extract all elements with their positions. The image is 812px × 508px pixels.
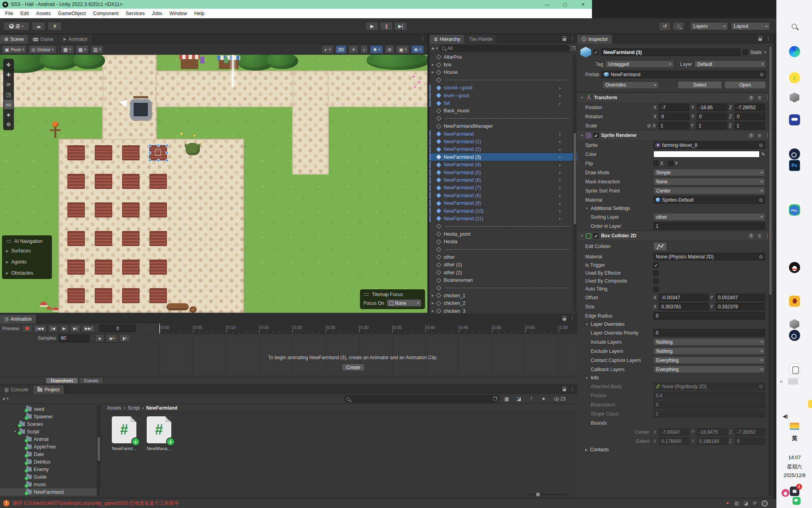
tree-item-scenes[interactable]: Scenes bbox=[0, 420, 101, 428]
grid-visual-button[interactable]: ▦▾ bbox=[61, 45, 74, 54]
menu-file[interactable]: File bbox=[2, 9, 17, 18]
edit-collider-button[interactable] bbox=[653, 242, 667, 251]
object-picker-icon[interactable]: ⊙ bbox=[760, 72, 764, 77]
value-field-y[interactable]: 1 bbox=[696, 122, 727, 129]
tab-inspector[interactable]: ⓘ Inspector bbox=[577, 35, 613, 44]
maximize-button[interactable]: ▢ bbox=[556, 0, 574, 9]
drag-handle-icon[interactable] bbox=[364, 293, 369, 296]
hierarchy-search-input[interactable]: All bbox=[439, 45, 569, 52]
effects-toggle-button[interactable]: ❖▾ bbox=[370, 45, 383, 54]
link-icon[interactable]: ⊘ bbox=[647, 123, 651, 129]
play-animation-button[interactable]: ▶ bbox=[59, 325, 69, 333]
selection-handle[interactable] bbox=[148, 144, 151, 147]
add-object-button[interactable]: + bbox=[431, 45, 435, 52]
dropdown-sprite-sort-point[interactable]: Center▾ bbox=[653, 187, 765, 194]
expand-arrow-icon[interactable]: ▶ bbox=[432, 63, 436, 66]
add-keyframe-button[interactable]: ◆+ bbox=[106, 334, 118, 342]
steam-icon[interactable] bbox=[789, 148, 800, 160]
timeline-ruler[interactable]: 0:000:050:100:150:200:250:300:350:400:45… bbox=[159, 323, 577, 334]
search-button[interactable] bbox=[672, 22, 684, 31]
menu-window[interactable]: Window bbox=[166, 9, 190, 18]
flip-checkbox[interactable] bbox=[668, 161, 673, 166]
frame-field[interactable]: 0 bbox=[100, 325, 136, 332]
shading-mode-button[interactable]: ◐▾ bbox=[322, 45, 333, 54]
value-field-x[interactable]: -7 bbox=[659, 104, 689, 111]
farmland-tile[interactable] bbox=[67, 288, 85, 303]
volume-icon[interactable]: ◀) bbox=[781, 412, 789, 420]
prefab-child-arrow-icon[interactable]: › bbox=[559, 200, 561, 206]
tab-console[interactable]: ▤Console bbox=[0, 385, 33, 394]
component-header-sprite-renderer[interactable]: ▼✓Sprite Renderer?☰⋮ bbox=[577, 130, 773, 140]
preset-icon[interactable]: ☰ bbox=[758, 234, 761, 238]
dropdown-draw-mode[interactable]: Simple▾ bbox=[653, 169, 765, 176]
dopesheet-toggle[interactable]: Dopesheet bbox=[46, 377, 78, 384]
kebab-menu-icon[interactable]: ⋮ bbox=[766, 36, 771, 41]
hierarchy-item-newfarmlandmanager[interactable]: NewFarmlandManager bbox=[429, 123, 577, 130]
code-coverage-icon[interactable]: ◪ bbox=[744, 500, 748, 506]
open-in-window-icon[interactable]: ❐ bbox=[493, 396, 497, 402]
tab-scene[interactable]: ⊞Scene bbox=[0, 35, 29, 44]
drag-handle-icon[interactable] bbox=[6, 240, 11, 242]
farmland-tile[interactable] bbox=[122, 202, 140, 217]
tab-hierarchy[interactable]: ≣Hierarchy bbox=[429, 35, 465, 44]
object-picker-icon[interactable]: ⊙ bbox=[759, 254, 763, 260]
farmland-tile[interactable] bbox=[149, 231, 167, 246]
audio-toggle-button[interactable]: ♪ bbox=[360, 45, 368, 54]
selection-handle[interactable] bbox=[166, 152, 169, 154]
cloud-services-button[interactable]: ☁ bbox=[32, 22, 45, 31]
hierarchy-item-newfarmland-7[interactable]: NewFarmland (7)› bbox=[429, 184, 577, 192]
input-edge-radius[interactable]: 0 bbox=[653, 312, 765, 319]
menu-component[interactable]: Component bbox=[89, 9, 122, 18]
hierarchy-item-hestia[interactable]: Hestia bbox=[429, 238, 577, 245]
hierarchy-item-newfarmland-3[interactable]: NewFarmland (3)› bbox=[429, 153, 577, 161]
qq-icon[interactable] bbox=[789, 262, 800, 273]
console-activity-icon[interactable]: ▤ bbox=[734, 500, 739, 506]
value-field-y[interactable]: 0.002407 bbox=[716, 294, 765, 301]
account-button[interactable]: 露 ▾ bbox=[3, 22, 29, 31]
selection-handle[interactable] bbox=[157, 159, 160, 162]
filter-label-button[interactable]: ◪ bbox=[514, 395, 524, 402]
prefab-child-arrow-icon[interactable]: › bbox=[559, 131, 561, 137]
tree-item-music[interactable]: music bbox=[0, 481, 101, 488]
inspector-scrollbar[interactable] bbox=[768, 46, 772, 496]
tag-dropdown[interactable]: Untagged▾ bbox=[605, 60, 674, 68]
samples-field[interactable]: 60 bbox=[59, 335, 90, 342]
overrides-dropdown[interactable]: Overrides▾ bbox=[603, 81, 659, 89]
hierarchy-item-box[interactable]: ▶box bbox=[429, 61, 577, 68]
value-field-x[interactable]: -0.00347 bbox=[659, 294, 709, 301]
selection-handle[interactable] bbox=[157, 144, 160, 147]
prefab-child-arrow-icon[interactable]: › bbox=[559, 154, 561, 160]
tree-item-enemy[interactable]: Enemy bbox=[0, 466, 101, 473]
tree-item-guide[interactable]: Guide bbox=[0, 473, 101, 481]
prefab-child-arrow-icon[interactable]: › bbox=[559, 177, 561, 183]
foldout-layer-overrides[interactable]: ▼Layer Overrides bbox=[577, 320, 773, 328]
handle-rotation-dropdown[interactable]: ◎ Global ▾ bbox=[29, 45, 56, 54]
progress-check-icon[interactable]: ✓ bbox=[762, 500, 768, 506]
help-icon[interactable]: ? bbox=[749, 95, 754, 100]
hierarchy-item-other-1[interactable]: other (1) bbox=[429, 261, 577, 269]
pause-button[interactable]: ∥ bbox=[380, 22, 393, 31]
value-field-y[interactable]: 0 bbox=[697, 113, 727, 120]
lighting-toggle-button[interactable]: ☀ bbox=[349, 45, 358, 54]
component-header-transform[interactable]: ▼Transform?☰⋮ bbox=[577, 92, 773, 103]
hierarchy-item-newfarmland-4[interactable]: NewFarmland (4)› bbox=[429, 161, 577, 168]
tree-item-animal[interactable]: Animal bbox=[0, 435, 101, 443]
snap-settings-button[interactable]: ▩▾ bbox=[76, 45, 89, 54]
project-search-input[interactable]: ❐ bbox=[344, 395, 500, 402]
hierarchy-item-businessman[interactable]: Businessman bbox=[429, 276, 577, 284]
prefab-child-arrow-icon[interactable]: › bbox=[559, 146, 561, 152]
close-button[interactable]: ✕ bbox=[574, 0, 592, 9]
pivot-dropdown[interactable]: ▣ Pivot ▾ bbox=[2, 45, 27, 54]
value-field-x[interactable]: 0.353781 bbox=[659, 303, 709, 310]
play-button[interactable]: ▶ bbox=[366, 22, 379, 31]
filter-type-button[interactable]: ▦ bbox=[502, 395, 511, 402]
component-header-box-collider-2d[interactable]: ▼✓Box Collider 2D?☰⋮ bbox=[577, 231, 773, 241]
steam-icon-2[interactable] bbox=[789, 330, 800, 341]
object-field-material[interactable]: Sprites-Default⊙ bbox=[653, 196, 765, 204]
record-button[interactable] bbox=[22, 325, 32, 333]
hierarchy-item-newfarmland-6[interactable]: NewFarmland (6)› bbox=[429, 176, 577, 184]
script-file-newmanager[interactable]: #+NewMana... bbox=[142, 416, 176, 451]
notification-icon[interactable]: 4 bbox=[790, 487, 799, 496]
preset-icon[interactable]: ☰ bbox=[758, 133, 761, 138]
checkbox-is-trigger[interactable]: ✓ bbox=[653, 263, 659, 268]
